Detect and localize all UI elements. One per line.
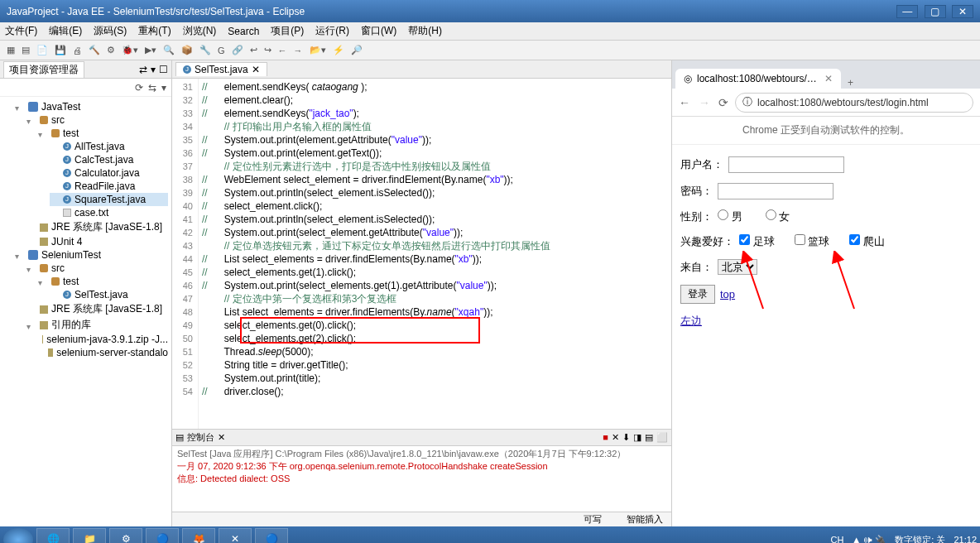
console-toolbar-icon[interactable]: ◨ bbox=[633, 432, 641, 442]
console-toolbar-icon[interactable]: ⬇ bbox=[622, 432, 630, 442]
gender-female-radio[interactable] bbox=[766, 209, 776, 220]
console-tab-label[interactable]: 控制台 bbox=[187, 431, 214, 444]
toolbar-icon[interactable]: ⚡ bbox=[331, 44, 346, 56]
menu-item[interactable]: 运行(R) bbox=[315, 24, 349, 38]
toolbar-icon[interactable]: ← bbox=[276, 45, 289, 56]
expand-icon[interactable] bbox=[38, 128, 48, 138]
hobby-basketball-checkbox[interactable] bbox=[795, 234, 805, 245]
taskbar-app-icon[interactable]: 🌐 bbox=[36, 528, 70, 543]
browser-tab-close-icon[interactable]: ✕ bbox=[824, 73, 833, 84]
toolbar-icon[interactable]: 🔍 bbox=[161, 44, 176, 56]
tree-item[interactable]: ReadFile.java bbox=[50, 180, 168, 193]
menu-item[interactable]: 编辑(E) bbox=[49, 24, 82, 38]
console-toolbar-icon[interactable]: ▤ bbox=[645, 432, 653, 442]
taskbar-app-icon[interactable]: 🔵 bbox=[255, 528, 288, 543]
menu-item[interactable]: 文件(F) bbox=[5, 24, 37, 38]
expand-icon[interactable] bbox=[50, 168, 60, 178]
menu-item[interactable]: Search bbox=[228, 26, 259, 37]
toolbar-icon[interactable]: → bbox=[292, 45, 305, 56]
left-link[interactable]: 左边 bbox=[680, 314, 702, 329]
maximize-button[interactable]: ▢ bbox=[925, 5, 946, 18]
toolbar-icon[interactable]: 📂▾ bbox=[308, 44, 328, 56]
new-tab-button[interactable]: + bbox=[841, 77, 860, 89]
forward-button[interactable]: → bbox=[699, 96, 710, 109]
console-close-icon[interactable]: ✕ bbox=[218, 432, 225, 443]
menu-item[interactable]: 重构(T) bbox=[138, 24, 171, 38]
tree-item[interactable]: SeleniumTest bbox=[15, 248, 168, 262]
tree-item[interactable]: SelTest.java bbox=[50, 288, 168, 301]
toolbar-icon[interactable]: ▶▾ bbox=[143, 44, 158, 56]
ime-indicator[interactable]: CH bbox=[830, 535, 843, 543]
top-link[interactable]: top bbox=[720, 288, 735, 300]
site-info-icon[interactable]: ⓘ bbox=[742, 95, 752, 109]
toolbar-icon[interactable]: ↩ bbox=[248, 44, 259, 56]
password-input[interactable] bbox=[718, 183, 833, 199]
tree-item[interactable]: selenium-server-standalo bbox=[38, 346, 168, 359]
expand-icon[interactable] bbox=[38, 348, 45, 358]
expand-icon[interactable] bbox=[50, 155, 60, 165]
toolbar-icon[interactable]: G bbox=[216, 45, 227, 56]
tree-item[interactable]: case.txt bbox=[50, 206, 168, 219]
hobby-football-checkbox[interactable] bbox=[739, 234, 750, 245]
menu-item[interactable]: 项目(P) bbox=[271, 24, 304, 38]
taskbar-app-icon[interactable]: 📁 bbox=[73, 528, 106, 543]
view-button[interactable]: ⇄ bbox=[139, 64, 147, 75]
login-button[interactable]: 登录 bbox=[680, 285, 715, 304]
toolbar-icon[interactable]: 📄 bbox=[35, 44, 50, 56]
menu-item[interactable]: 源码(S) bbox=[94, 24, 127, 38]
toolbar-icon[interactable]: 🐞▾ bbox=[120, 44, 140, 56]
start-button[interactable] bbox=[3, 528, 33, 543]
tree-item[interactable]: JUnit 4 bbox=[26, 235, 168, 248]
expand-icon[interactable] bbox=[50, 208, 60, 218]
console-toolbar-icon[interactable]: ■ bbox=[603, 432, 608, 442]
close-button[interactable]: ✕ bbox=[952, 5, 973, 18]
taskbar-app-icon[interactable]: ⚙ bbox=[109, 528, 142, 543]
tree-item[interactable]: test bbox=[38, 275, 168, 288]
toolbar-icon[interactable]: 🔗 bbox=[230, 44, 245, 56]
tree-item[interactable]: Calculator.java bbox=[50, 166, 168, 180]
expand-icon[interactable] bbox=[15, 250, 25, 260]
view-button[interactable]: ☐ bbox=[159, 64, 168, 75]
expand-icon[interactable] bbox=[38, 334, 39, 344]
taskbar-app-icon[interactable]: 🦊 bbox=[182, 528, 215, 543]
taskbar-app-icon[interactable]: ✕ bbox=[219, 528, 252, 543]
menu-item[interactable]: 帮助(H) bbox=[408, 24, 442, 38]
expand-icon[interactable] bbox=[50, 290, 60, 300]
tree-item[interactable]: CalcTest.java bbox=[50, 153, 168, 166]
explorer-toolbar-icon[interactable]: ⟳ bbox=[135, 82, 143, 94]
toolbar-icon[interactable]: ▤ bbox=[20, 44, 31, 56]
toolbar-icon[interactable]: 🖨 bbox=[71, 45, 84, 56]
console-toolbar-icon[interactable]: ✕ bbox=[612, 432, 619, 442]
explorer-tab[interactable]: 项目资源管理器 bbox=[3, 61, 84, 78]
tree-item[interactable]: AllTest.java bbox=[50, 140, 168, 153]
hobby-climb-checkbox[interactable] bbox=[849, 234, 860, 245]
expand-icon[interactable] bbox=[26, 263, 36, 273]
toolbar-icon[interactable]: 🔧 bbox=[198, 44, 213, 56]
expand-icon[interactable] bbox=[26, 115, 36, 125]
clock[interactable]: 21:12 bbox=[954, 535, 977, 543]
expand-icon[interactable] bbox=[15, 102, 25, 112]
username-input[interactable] bbox=[728, 156, 844, 173]
toolbar-icon[interactable]: 💾 bbox=[53, 44, 68, 56]
expand-icon[interactable] bbox=[50, 195, 60, 204]
code-editor[interactable]: 3132333435363738394041424344454647484950… bbox=[172, 79, 671, 429]
expand-icon[interactable] bbox=[26, 223, 36, 233]
view-button[interactable]: ▾ bbox=[151, 64, 156, 75]
tree-item[interactable]: selenium-java-3.9.1.zip -J... bbox=[38, 333, 168, 346]
expand-icon[interactable] bbox=[26, 320, 36, 330]
toolbar-icon[interactable]: ↪ bbox=[262, 44, 273, 56]
tree-item[interactable]: 引用的库 bbox=[26, 317, 168, 333]
toolbar-icon[interactable]: 📦 bbox=[180, 44, 195, 56]
reload-button[interactable]: ⟳ bbox=[718, 96, 728, 109]
toolbar-icon[interactable]: ▦ bbox=[5, 44, 17, 56]
tree-item[interactable]: src bbox=[26, 262, 168, 275]
expand-icon[interactable] bbox=[38, 276, 48, 286]
expand-icon[interactable] bbox=[26, 237, 36, 247]
editor-tab-active[interactable]: SelTest.java ✕ bbox=[175, 62, 267, 76]
tree-item[interactable]: JRE 系统库 [JavaSE-1.8] bbox=[26, 301, 168, 317]
back-button[interactable]: ← bbox=[679, 96, 690, 109]
explorer-toolbar-icon[interactable]: ⇆ bbox=[148, 82, 156, 94]
address-bar[interactable]: ⓘ localhost:1080/webtours/test/login.htm… bbox=[735, 93, 973, 113]
expand-icon[interactable] bbox=[50, 142, 60, 151]
expand-icon[interactable] bbox=[50, 181, 60, 191]
